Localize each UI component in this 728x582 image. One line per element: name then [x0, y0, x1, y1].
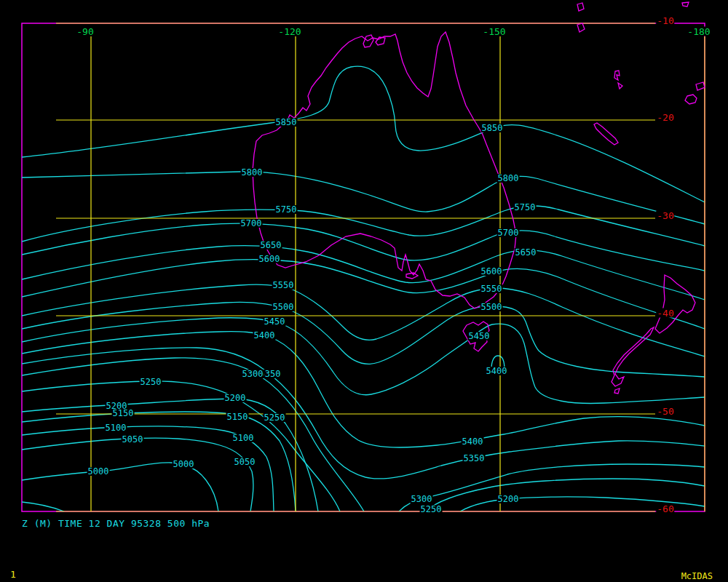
- coast-new-caledonia: [594, 123, 618, 145]
- contour-label-5400: 5400: [486, 367, 508, 375]
- contour-label-5200: 5200: [224, 394, 247, 402]
- contour-label-5600: 5600: [480, 267, 503, 276]
- mcidas-display: -90-120-150-180-10-20-30-40-50-605850585…: [0, 0, 728, 582]
- coast-nz-south-island: [612, 327, 654, 386]
- coast-island-top-right: [682, 2, 689, 7]
- contour-label-5300: 5300: [411, 495, 433, 503]
- contour-label-5850: 5850: [481, 124, 504, 132]
- contour-5450: [22, 318, 705, 404]
- contour-5600: [22, 260, 705, 329]
- lat-grid-label--30: -30: [656, 211, 674, 220]
- contour-label-5100: 5100: [232, 434, 255, 442]
- contour-label-5450: 5450: [264, 317, 286, 326]
- contour-5650: [22, 246, 705, 300]
- contour-label-5150: 5150: [112, 409, 135, 418]
- contour-label-5600: 5600: [258, 255, 281, 263]
- coast-island-fiji-west: [696, 82, 705, 90]
- contour-label-5800: 5800: [241, 168, 264, 177]
- contour-label-5050: 5050: [234, 458, 256, 466]
- contour-5050: [22, 438, 253, 511]
- frame-number: 1: [10, 570, 16, 579]
- contour-label-5100: 5100: [105, 423, 127, 432]
- coast-island-loyalty-a: [614, 71, 620, 80]
- contour-5700: [22, 223, 705, 271]
- contour-5000: [22, 463, 218, 511]
- lat-grid-label--20: -20: [656, 113, 674, 122]
- contour-label-5650: 5650: [260, 241, 282, 250]
- contour-label-5700: 5700: [240, 219, 263, 228]
- coast-island-fiji-round: [685, 95, 697, 104]
- contour-label-5850: 5850: [275, 118, 298, 127]
- contour-label-5700: 5700: [497, 228, 520, 237]
- contour-label-5250: 5250: [420, 505, 443, 514]
- contour-label-5750: 5750: [514, 203, 537, 212]
- contour-label-5550: 5550: [272, 281, 295, 290]
- coast-stewart-island: [614, 388, 620, 394]
- contour-label-5500: 5500: [272, 303, 295, 311]
- contour-4950: [22, 502, 64, 511]
- coast-island-vanuatu-south: [577, 23, 585, 32]
- contour-label-5050: 5050: [122, 435, 144, 444]
- contour-label-5200: 5200: [497, 495, 520, 503]
- contour-label-5250: 5250: [264, 413, 286, 422]
- lat-grid-label--10: -10: [656, 16, 674, 25]
- brand-text: McIDAS: [681, 572, 713, 581]
- contour-label-5800: 5800: [497, 174, 520, 183]
- lon-grid-label--180: -180: [687, 27, 711, 36]
- contour-5550: [22, 284, 705, 356]
- coast-island-torres-a: [363, 35, 373, 47]
- contour-label-5500: 5500: [480, 303, 503, 311]
- contour-label-5750: 5750: [275, 205, 298, 214]
- contour-label-5400: 5400: [462, 437, 484, 446]
- lat-grid-label--40: -40: [656, 308, 674, 318]
- contour-5750: [22, 206, 705, 246]
- contour-label-5300: 5300: [242, 370, 264, 378]
- contour-label-5350: 5350: [463, 454, 486, 463]
- contour-label-5650: 5650: [515, 248, 537, 257]
- coast-island-vanuatu-north: [577, 3, 584, 11]
- contour-label-5000: 5000: [87, 467, 110, 476]
- coast-nz-north-island: [655, 275, 695, 333]
- lat-grid-label--50: -50: [656, 407, 674, 416]
- lon-grid-label--120: -120: [277, 27, 301, 36]
- contour-label-5550: 5550: [480, 284, 503, 293]
- lat-grid-label--60: -60: [656, 504, 674, 514]
- contour-5800: [22, 172, 705, 224]
- status-text: Z (M) TIME 12 DAY 95328 500 hPa: [22, 519, 210, 528]
- lon-grid-label--150: -150: [482, 27, 506, 36]
- contour-layer: [22, 66, 705, 511]
- coast-australia: [253, 32, 516, 308]
- contour-label-5400: 5400: [253, 331, 276, 340]
- contour-label-5000: 5000: [173, 460, 195, 469]
- contour-5300: [22, 358, 364, 511]
- contour-label-5150: 5150: [226, 412, 249, 421]
- contour-label-5250: 5250: [140, 378, 162, 386]
- lon-grid-label--90: -90: [76, 27, 94, 36]
- contour-label-5450: 5450: [468, 332, 491, 340]
- coast-island-loyalty-b: [618, 83, 622, 89]
- map-canvas: [0, 0, 728, 582]
